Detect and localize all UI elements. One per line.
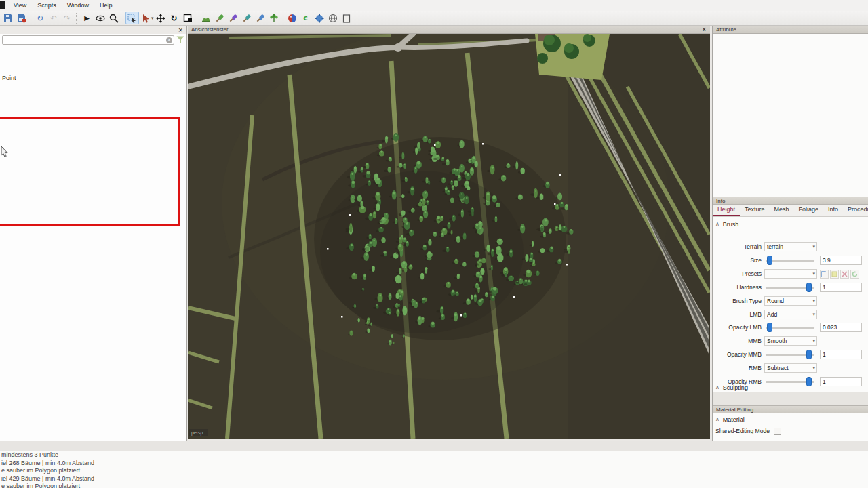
zoom-icon[interactable] bbox=[107, 12, 121, 24]
foliage-paint-icon[interactable] bbox=[240, 12, 254, 24]
giants-editor-window: View Scripts Window Help ↻ ↶ ↷ ▶ ▾ bbox=[0, 0, 868, 488]
terrain-smooth-icon[interactable] bbox=[213, 12, 226, 24]
scenegraph-panel: × × Point bbox=[0, 26, 187, 441]
mmb-label: MMB bbox=[713, 338, 764, 344]
rmb-label: RMB bbox=[713, 365, 764, 371]
clipboard-icon[interactable] bbox=[340, 12, 353, 24]
visibility-icon[interactable] bbox=[94, 12, 107, 24]
annotation-red-rectangle bbox=[0, 117, 180, 226]
opacity-lmb-value-field[interactable]: 0.023 bbox=[820, 323, 862, 332]
terrain-editing-tabs: Height Texture Mesh Foliage Info Procedu… bbox=[713, 205, 868, 217]
shared-editing-row: Shared-Editing Mode bbox=[713, 426, 868, 436]
camera-label: persp bbox=[191, 430, 203, 436]
material-section-header[interactable]: ∧ Material bbox=[713, 414, 868, 424]
undo-icon[interactable]: ↶ bbox=[47, 12, 60, 24]
scenegraph-header: × bbox=[0, 26, 186, 34]
terrain-scene: persp bbox=[188, 34, 710, 439]
save-icon[interactable] bbox=[1, 12, 15, 24]
scenegraph-close-icon[interactable]: × bbox=[178, 27, 183, 33]
window-icon-fragment bbox=[0, 1, 5, 9]
mouse-cursor bbox=[1, 146, 9, 158]
detail-paint-icon[interactable] bbox=[254, 12, 267, 24]
terrain-paint-icon[interactable] bbox=[226, 12, 240, 24]
chevron-down-icon: ▾ bbox=[812, 312, 815, 317]
world-icon[interactable] bbox=[326, 12, 340, 24]
rotate-tool-icon[interactable]: ↻ bbox=[167, 12, 181, 24]
shared-editing-label: Shared-Editing Mode bbox=[715, 428, 770, 434]
material-ball-icon[interactable] bbox=[285, 12, 299, 24]
tab-height[interactable]: Height bbox=[713, 205, 740, 216]
tab-procedural[interactable]: Procedural bbox=[843, 205, 868, 216]
search-box[interactable]: × bbox=[2, 35, 174, 45]
tab-foliage[interactable]: Foliage bbox=[794, 205, 824, 216]
viewport-title: Ansichtsfenster bbox=[191, 26, 229, 33]
material-editing-title: Material Editing bbox=[716, 407, 753, 413]
opacity-lmb-slider[interactable] bbox=[764, 323, 817, 332]
scenegraph-item-point[interactable]: Point bbox=[2, 75, 16, 81]
terrain-sculpt-icon[interactable] bbox=[199, 12, 213, 24]
panel-divider bbox=[713, 392, 868, 405]
opacity-mmb-value-field[interactable]: 1 bbox=[820, 350, 862, 359]
filter-funnel-icon[interactable] bbox=[176, 36, 184, 44]
hardness-slider[interactable] bbox=[764, 283, 817, 292]
rmb-select[interactable]: Subtract▾ bbox=[764, 363, 817, 373]
menu-view[interactable]: View bbox=[8, 1, 32, 9]
menu-bar: View Scripts Window Help bbox=[0, 0, 868, 11]
chevron-down-icon: ▾ bbox=[812, 244, 815, 249]
preset-refresh-icon[interactable] bbox=[850, 270, 859, 279]
brush-section-header[interactable]: ∧ Brush bbox=[713, 219, 868, 229]
reload-icon[interactable]: ↻ bbox=[33, 12, 47, 24]
terrain-select[interactable]: terrain▾ bbox=[764, 242, 817, 251]
hardness-value-field[interactable]: 1 bbox=[820, 283, 862, 292]
material-editing-header: Material Editing bbox=[713, 405, 868, 413]
tab-mesh[interactable]: Mesh bbox=[770, 205, 794, 216]
tab-info[interactable]: Info bbox=[823, 205, 843, 216]
viewport-close-icon[interactable]: × bbox=[701, 26, 707, 33]
pointer-tool-dropdown-icon[interactable]: ▾ bbox=[151, 16, 154, 21]
menu-window[interactable]: Window bbox=[62, 1, 94, 9]
script-icon[interactable]: c bbox=[299, 12, 313, 24]
log-line: e sauber im Polygon platziert bbox=[0, 483, 868, 488]
lmb-select[interactable]: Add▾ bbox=[764, 310, 817, 319]
search-input[interactable] bbox=[5, 37, 166, 43]
select-tool-icon[interactable] bbox=[125, 12, 139, 24]
log-line: mindestens 3 Punkte bbox=[0, 451, 868, 460]
redo-icon[interactable]: ↷ bbox=[60, 12, 74, 24]
viewport-titlebar: Ansichtsfenster × bbox=[188, 26, 710, 34]
scenegraph-search-row: × bbox=[0, 34, 186, 46]
menu-help[interactable]: Help bbox=[94, 1, 118, 9]
opacity-mmb-label: Opacity MMB bbox=[713, 351, 764, 358]
preset-save-icon[interactable] bbox=[820, 270, 829, 279]
menu-scripts[interactable]: Scripts bbox=[32, 1, 62, 9]
attribute-title: Attribute bbox=[716, 26, 736, 33]
tab-texture[interactable]: Texture bbox=[740, 205, 770, 216]
sculpting-section-header[interactable]: ∧ Sculpting bbox=[713, 382, 868, 392]
play-icon[interactable]: ▶ bbox=[80, 12, 94, 24]
search-clear-icon[interactable]: × bbox=[166, 37, 172, 43]
pointer-tool-icon[interactable] bbox=[139, 12, 153, 24]
chevron-down-icon: ▾ bbox=[812, 365, 815, 371]
move-tool-icon[interactable] bbox=[154, 12, 167, 24]
opacity-mmb-slider[interactable] bbox=[764, 350, 817, 359]
size-slider[interactable] bbox=[764, 256, 817, 265]
log-line: iel 429 Bäume | min 4.0m Abstand bbox=[0, 475, 868, 483]
preset-delete-icon[interactable] bbox=[840, 270, 849, 279]
size-value-field[interactable]: 3.9 bbox=[820, 256, 862, 265]
log-line: e sauber im Polygon platziert bbox=[0, 467, 868, 475]
collapse-icon: ∧ bbox=[715, 221, 719, 227]
log-console: mindestens 3 Punkte iel 268 Bäume | min … bbox=[0, 451, 868, 488]
shared-editing-checkbox[interactable] bbox=[774, 428, 781, 435]
scale-tool-icon[interactable] bbox=[181, 12, 195, 24]
preset-new-icon[interactable] bbox=[830, 270, 839, 279]
attribute-panel: Attribute Info Height Texture Mesh Folia… bbox=[712, 26, 868, 441]
save-all-icon[interactable] bbox=[15, 12, 28, 24]
brush-type-select[interactable]: Round▾ bbox=[764, 296, 817, 306]
toolbar: ↻ ↶ ↷ ▶ ▾ ↻ bbox=[0, 11, 868, 26]
brush-section-title: Brush bbox=[723, 221, 739, 228]
viewport-3d-scene[interactable]: persp bbox=[188, 34, 710, 439]
foliage-plant-icon[interactable] bbox=[267, 12, 281, 24]
chevron-down-icon: ▾ bbox=[812, 338, 815, 344]
settings-sphere-icon[interactable] bbox=[313, 12, 326, 24]
presets-select[interactable]: ▾ bbox=[764, 269, 817, 279]
mmb-select[interactable]: Smooth▾ bbox=[764, 336, 817, 346]
